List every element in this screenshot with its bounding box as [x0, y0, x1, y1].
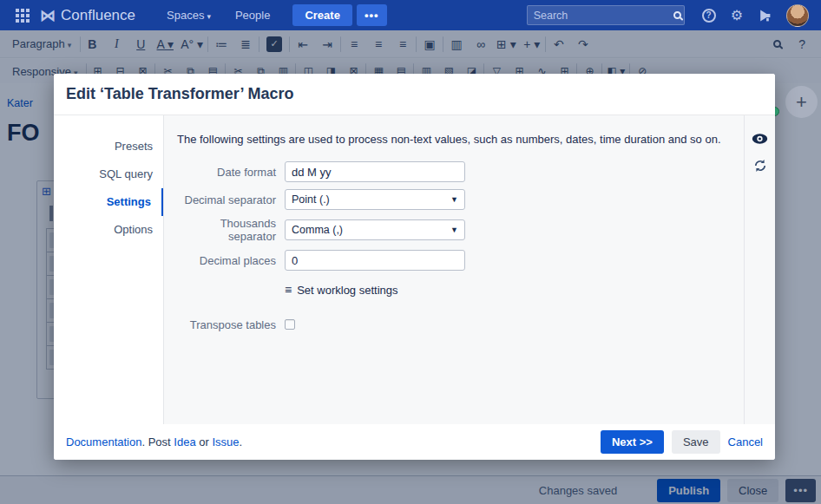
next-button[interactable]: Next >> — [601, 430, 664, 454]
dialog-icon-strip — [744, 115, 775, 424]
user-avatar[interactable] — [786, 4, 809, 27]
preview-eye-icon[interactable] — [752, 133, 768, 145]
dialog-footer: Documentation. Post Idea or Issue. Next … — [54, 424, 775, 460]
decimal-places-row: Decimal places — [177, 250, 735, 271]
decimal-separator-row: Decimal separator Point (.) ▼ — [177, 189, 735, 210]
dialog-sidebar: PresetsSQL querySettingsOptions — [54, 115, 163, 424]
worklog-row: ≡ Set worklog settings — [177, 278, 735, 298]
transpose-tables-checkbox[interactable] — [285, 319, 295, 330]
save-button[interactable]: Save — [672, 430, 720, 454]
dialog-header: Edit ‘Table Transformer’ Macro — [54, 74, 775, 115]
dialog-tab-sql-query[interactable]: SQL query — [54, 160, 163, 188]
dialog-footer-buttons: Next >> Save Cancel — [601, 430, 763, 454]
nav-people[interactable]: People — [235, 9, 270, 22]
dialog-tab-presets[interactable]: Presets — [54, 133, 163, 160]
decimal-separator-label: Decimal separator — [177, 193, 285, 206]
confluence-logo[interactable]: ⋈ Confluence — [40, 6, 135, 25]
search-box — [527, 5, 685, 25]
confluence-screen: ⋈ Confluence Spaces▾ People Create ••• ?… — [0, 0, 821, 504]
thousands-separator-label: Thousands separator — [177, 217, 285, 243]
dialog-tab-settings[interactable]: Settings — [54, 188, 163, 216]
transpose-tables-label: Transpose tables — [177, 318, 285, 331]
gear-icon[interactable]: ⚙ — [731, 9, 743, 23]
confluence-logo-text: Confluence — [61, 7, 135, 24]
decimal-separator-select[interactable]: Point (.) ▼ — [285, 189, 465, 210]
decimal-places-input[interactable] — [285, 250, 465, 271]
transpose-tables-row: Transpose tables — [177, 314, 735, 335]
cancel-button[interactable]: Cancel — [728, 435, 763, 448]
thousands-separator-select[interactable]: Comma (,) ▼ — [285, 219, 465, 240]
issue-link[interactable]: Issue — [212, 435, 239, 448]
search-icon[interactable] — [673, 11, 681, 19]
idea-link[interactable]: Idea — [174, 435, 195, 448]
decimal-places-label: Decimal places — [177, 254, 285, 267]
select-arrow-icon: ▼ — [450, 226, 458, 234]
hamburger-icon: ≡ — [285, 283, 292, 297]
dialog-tab-options[interactable]: Options — [54, 216, 163, 244]
documentation-link[interactable]: Documentation — [66, 435, 141, 448]
help-icon[interactable]: ? — [702, 9, 716, 23]
create-more-button[interactable]: ••• — [357, 4, 387, 26]
dialog-title: Edit ‘Table Transformer’ Macro — [66, 85, 293, 103]
refresh-icon[interactable] — [753, 159, 767, 173]
navbar-icons: ? ⚙ — [702, 4, 809, 27]
dialog-footer-links: Documentation. Post Idea or Issue. — [66, 435, 601, 448]
date-format-input[interactable] — [285, 161, 465, 182]
confluence-logo-icon: ⋈ — [40, 6, 56, 25]
nav-spaces[interactable]: Spaces▾ — [167, 9, 211, 22]
search-input[interactable] — [534, 10, 673, 22]
chevron-down-icon: ▾ — [207, 12, 211, 21]
app-switcher-icon[interactable] — [16, 9, 30, 23]
set-worklog-settings-link[interactable]: ≡ Set worklog settings — [285, 283, 398, 297]
create-button[interactable]: Create — [292, 4, 351, 26]
dialog-content: The following settings are used to proce… — [163, 115, 744, 424]
inline-add-button[interactable]: + — [785, 86, 818, 118]
date-format-label: Date format — [177, 166, 285, 179]
select-arrow-icon: ▼ — [450, 195, 458, 204]
date-format-row: Date format — [177, 161, 735, 182]
settings-description: The following settings are used to proce… — [177, 133, 735, 146]
dialog-body: PresetsSQL querySettingsOptions The foll… — [54, 115, 775, 424]
announcement-icon[interactable] — [758, 9, 772, 23]
thousands-separator-row: Thousands separator Comma (,) ▼ — [177, 217, 735, 243]
top-navbar: ⋈ Confluence Spaces▾ People Create ••• ?… — [0, 0, 821, 30]
edit-macro-dialog: Edit ‘Table Transformer’ Macro PresetsSQ… — [54, 74, 775, 460]
